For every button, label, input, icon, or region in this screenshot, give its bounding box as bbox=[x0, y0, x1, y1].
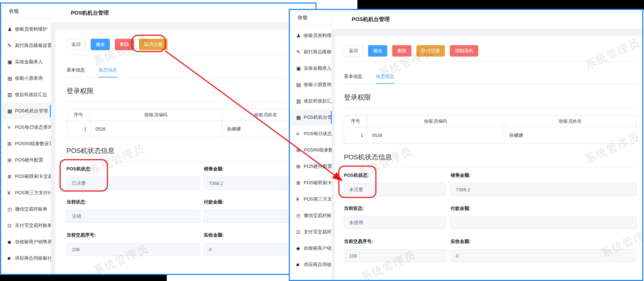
delete-button[interactable]: 删除 bbox=[115, 39, 134, 50]
field-label: 销售金额: bbox=[451, 172, 637, 179]
sidebar-item-pos-daily-status[interactable]: ≡POS每日状态查询 bbox=[1, 119, 51, 136]
sidebar-item-posini-params[interactable]: ⊞POSINI组参数设置 bbox=[290, 142, 332, 158]
content-card: 返回 修改 删除 取消注册 强制清机 基本信息 状态信息 登录权限 序号 收银员… bbox=[335, 36, 642, 280]
field-current-status: 当前状态: 注销 bbox=[66, 199, 200, 223]
window-after-cancel: 收银 ♟收银员资料维护 ✎厨打商品模板设置 ▣实收金额录入 ▤收银小票查询 ▥收… bbox=[289, 9, 643, 281]
sidebar-item-pos-thirdparty-pay[interactable]: ¥POS第三方支付付... bbox=[290, 191, 332, 207]
main-area: POS机机台管理 返回 修改 删除 取消注册 强制清机 基本信息 状态信息 登录… bbox=[332, 10, 642, 280]
sidebar-item-received-amount-entry[interactable]: ▣实收金额录入 bbox=[290, 60, 332, 76]
tab-basic-info[interactable]: 基本信息 bbox=[344, 73, 362, 84]
table-cell-cashier-code: 0526 bbox=[90, 121, 222, 137]
sidebar-item-pos-hardware-config[interactable]: ⊞POS硬件配置 bbox=[290, 158, 332, 175]
field-label: 实收金额: bbox=[451, 238, 637, 245]
sidebar-menu: ♟收银员资料维护 ✎厨打商品模板设置 ▣实收金额录入 ▤收银小票查询 ▥收款机收… bbox=[1, 19, 51, 266]
section-pos-status-title: POS机状态信息 bbox=[344, 152, 637, 162]
sidebar-item-supplier-contract-pay[interactable]: ■供应商合同收银付... bbox=[1, 250, 51, 266]
tab-status-info[interactable]: 状态信息 bbox=[99, 67, 117, 78]
field-label: 付款金额: bbox=[451, 205, 637, 212]
sidebar-item-receipt-query[interactable]: ▤收银小票查询 bbox=[1, 70, 51, 86]
layers-icon: ≡ bbox=[7, 124, 15, 130]
divider bbox=[66, 161, 310, 161]
current-status-input: 注销 bbox=[66, 210, 200, 223]
field-current-status: 当前状态: 未使用 bbox=[344, 205, 446, 229]
tab-basic-info[interactable]: 基本信息 bbox=[66, 67, 85, 77]
sidebar-item-self-cashier-sales[interactable]: ◆自收银商户销售录入 bbox=[1, 234, 51, 250]
field-payment-amount: 付款金额: bbox=[451, 205, 637, 229]
sidebar-item-received-amount-entry[interactable]: ▣实收金额录入 bbox=[1, 54, 51, 70]
login-permission-table: 序号 收银员编码 收银员姓名 1 0526 孙娜娜 bbox=[66, 109, 310, 137]
sidebar-menu: ♟收银员资料维护 ✎厨打商品模板设置 ▣实收金额录入 ▤收银小票查询 ▥收款机收… bbox=[290, 25, 332, 273]
sidebar-item-pos-hardware-config[interactable]: ⊞POS硬件配置 bbox=[1, 152, 51, 168]
sidebar-item-self-cashier-sales[interactable]: ◆自收银商户销售录入 bbox=[290, 240, 332, 256]
briefcase-icon: ■ bbox=[7, 255, 15, 261]
gauge-icon: ◴ bbox=[296, 213, 304, 218]
cancel-register-button[interactable]: 取消注册 bbox=[139, 39, 167, 50]
column-header-cashier-name: 收银员姓名 bbox=[504, 116, 636, 127]
sidebar-item-kitchen-template[interactable]: ✎厨打商品模板设置 bbox=[290, 44, 332, 60]
sidebar-item-label: 收银员资料维护 bbox=[15, 26, 47, 32]
back-button[interactable]: 返回 bbox=[344, 45, 363, 57]
modify-button[interactable]: 修改 bbox=[368, 45, 387, 57]
user-icon: ♟ bbox=[296, 33, 304, 38]
sidebar-item-alipay-bill[interactable]: ⊡支付宝交易对账单 bbox=[1, 217, 51, 234]
sidebar-item-label: POS机机台管理 bbox=[304, 114, 332, 121]
divider bbox=[344, 168, 637, 168]
layers-icon: ≡ bbox=[296, 131, 304, 137]
sidebar-item-supplier-contract-pay[interactable]: ■供应商合同收银付... bbox=[290, 256, 332, 273]
user-icon: ♟ bbox=[7, 26, 15, 32]
sidebar-item-wechat-bill[interactable]: ◴微信交易对账单 bbox=[290, 207, 332, 224]
grid-icon: ⊞ bbox=[296, 147, 304, 153]
tab-status-info[interactable]: 状态信息 bbox=[376, 73, 394, 84]
current-trans-seq-input: 108 bbox=[66, 243, 200, 256]
sidebar-item-pos-daily-status[interactable]: ≡POS每日状态查询 bbox=[290, 126, 332, 142]
sidebar-item-cashier-profile[interactable]: ♟收银员资料维护 bbox=[1, 21, 51, 37]
field-pos-register-status: POS机状态: 已注册 bbox=[66, 166, 200, 190]
sidebar-item-label: 收银员资料维护 bbox=[304, 32, 332, 39]
sidebar-item-cashier-profile[interactable]: ♟收银员资料维护 bbox=[290, 27, 332, 44]
alipay-icon: ⊡ bbox=[7, 223, 15, 228]
status-fields: POS机状态: 未注册 销售金额: 7356.2 当前状态: 未使用 付款金额: bbox=[344, 172, 637, 271]
sidebar-item-pos-terminal-mgmt[interactable]: ▦POS机机台管理 bbox=[290, 109, 332, 126]
sidebar-item-label: POS银联刷卡交易... bbox=[304, 180, 332, 186]
sidebar-item-receipt-query[interactable]: ▤收银小票查询 bbox=[290, 76, 332, 93]
black-filler-bar-bottom bbox=[0, 275, 167, 281]
sidebar-title: 收银 bbox=[290, 10, 332, 25]
sidebar-item-pos-unionpay-trans[interactable]: ≣POS银联刷卡交易... bbox=[1, 168, 51, 185]
back-button[interactable]: 返回 bbox=[66, 39, 86, 50]
sidebar-item-pos-terminal-mgmt[interactable]: ▦POS机机台管理 bbox=[1, 103, 51, 119]
tab-bar: 基本信息 状态信息 bbox=[66, 67, 310, 78]
sidebar-item-posini-params[interactable]: ⊞POSINI组参数设置 bbox=[1, 136, 51, 152]
sidebar-item-label: 供应商合同收银付... bbox=[15, 255, 51, 261]
sidebar-item-register-summary[interactable]: ▥收款机收款汇总 bbox=[290, 93, 332, 109]
sidebar-item-alipay-bill[interactable]: ⊡支付宝交易对账单 bbox=[290, 224, 332, 240]
sidebar-item-kitchen-template[interactable]: ✎厨打商品模板设置 bbox=[1, 37, 51, 54]
tag-icon: ◆ bbox=[7, 239, 15, 245]
main-area: POS机机台管理 返回 修改 删除 取消注册 基本信息 状态信息 登录权限 序号… bbox=[51, 4, 315, 274]
sidebar-item-label: POS硬件配置 bbox=[304, 163, 332, 170]
black-filler-bar-top bbox=[357, 0, 644, 10]
sidebar-item-label: POS第三方支付付... bbox=[304, 196, 332, 202]
tag-icon: ◆ bbox=[296, 245, 304, 251]
divider bbox=[66, 55, 310, 55]
copy-icon: ▣ bbox=[296, 65, 304, 71]
current-trans-seq-input: 108 bbox=[344, 249, 446, 262]
field-current-trans-seq: 当前交易序号: 108 bbox=[66, 232, 200, 256]
cancel-register-button[interactable]: 取消注册 bbox=[416, 45, 445, 57]
sidebar-item-label: POS每日状态查询 bbox=[15, 124, 51, 131]
sidebar-item-register-summary[interactable]: ▥收款机收款汇总 bbox=[1, 86, 51, 103]
sidebar-item-pos-thirdparty-pay[interactable]: ¥POS第三方支付付... bbox=[1, 185, 51, 201]
delete-button[interactable]: 删除 bbox=[392, 45, 411, 57]
sidebar-item-wechat-bill[interactable]: ◴微信交易对账单 bbox=[1, 201, 51, 217]
status-fields: POS机状态: 已注册 销售金额: 7356.2 当前状态: 注销 付款金额: bbox=[66, 166, 310, 265]
sidebar-item-label: 厨打商品模板设置 bbox=[304, 49, 332, 55]
modify-button[interactable]: 修改 bbox=[91, 39, 110, 50]
sidebar-item-label: POSINI组参数设置 bbox=[304, 147, 332, 153]
force-clear-button[interactable]: 强制清机 bbox=[450, 45, 478, 57]
login-permission-table: 序号 收银员编码 收银员姓名 1 0526 孙娜娜 bbox=[344, 115, 637, 144]
field-label: 当前交易序号: bbox=[344, 238, 446, 245]
yen-circle-icon: ¥ bbox=[296, 196, 304, 202]
pos-machine-icon: ▦ bbox=[7, 108, 15, 114]
sidebar-item-label: 实收金额录入 bbox=[304, 65, 331, 71]
sidebar-title: 收银 bbox=[1, 4, 51, 19]
sidebar-item-pos-unionpay-trans[interactable]: ≣POS银联刷卡交易... bbox=[290, 175, 332, 191]
